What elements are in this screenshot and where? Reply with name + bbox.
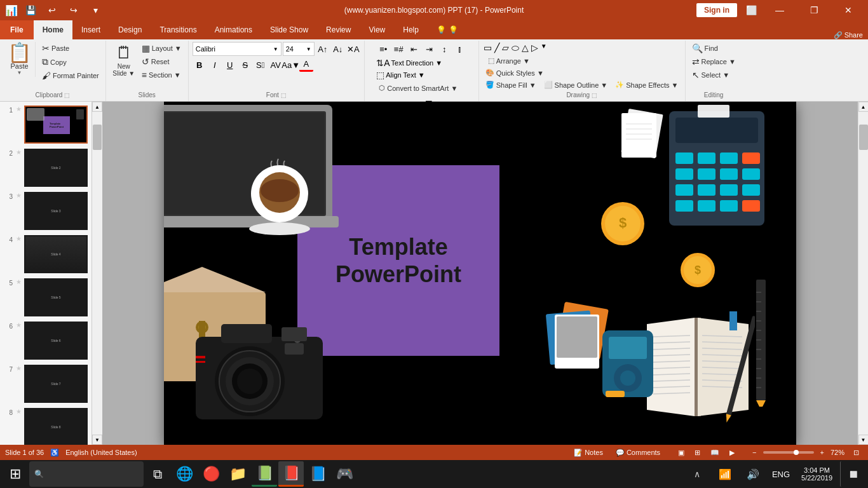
tab-help[interactable]: Help bbox=[394, 20, 428, 39]
tab-transitions[interactable]: Transitions bbox=[151, 20, 205, 39]
slide-thumbnail-4[interactable]: Slide 4 bbox=[24, 235, 88, 273]
chrome-button[interactable]: 🔴 bbox=[198, 461, 224, 487]
char-spacing-button[interactable]: AV bbox=[269, 58, 283, 72]
tray-icons[interactable]: ∧ bbox=[684, 461, 710, 487]
convert-smartart-button[interactable]: ⬡ Convert to SmartArt ▼ bbox=[376, 83, 460, 93]
tab-review[interactable]: Review bbox=[317, 20, 360, 39]
excel-button[interactable]: 📗 bbox=[252, 461, 277, 487]
slide-thumbnail-1[interactable]: TemplatePowerPoint bbox=[24, 105, 88, 144]
scroll-thumb[interactable] bbox=[93, 125, 102, 150]
new-slide-button[interactable]: 🗒 NewSlide ▼ bbox=[110, 42, 138, 78]
slideshow-button[interactable]: ▶ bbox=[726, 446, 738, 459]
scroll-down-arrow[interactable]: ▼ bbox=[858, 435, 869, 445]
undo-button[interactable]: ↩ bbox=[43, 1, 61, 19]
shape-fill-button[interactable]: 🪣 Shape Fill ▼ bbox=[483, 79, 539, 90]
arrange-button[interactable]: ⬚ Arrange ▼ bbox=[485, 55, 532, 66]
tell-me-input[interactable]: 💡 💡 bbox=[428, 20, 467, 39]
slide-thumbnail-3[interactable]: Slide 3 bbox=[24, 192, 88, 230]
slide-item-2[interactable]: 2 ★ Slide 2 bbox=[3, 147, 89, 188]
columns-button[interactable]: ⫿ bbox=[452, 42, 466, 56]
redo-button[interactable]: ↪ bbox=[65, 1, 83, 19]
volume-icon[interactable]: 🔊 bbox=[740, 461, 766, 487]
select-button[interactable]: ↖ Select ▼ bbox=[689, 69, 738, 81]
comments-button[interactable]: 💬 Comments bbox=[612, 449, 664, 457]
slide-item-8[interactable]: 8 ★ Slide 8 bbox=[3, 407, 89, 445]
slide-canvas[interactable]: Template PowerPoint bbox=[164, 102, 796, 445]
numbering-button[interactable]: ≡# bbox=[391, 42, 405, 56]
start-button[interactable]: ⊞ bbox=[3, 461, 28, 487]
slide-thumbnail-7[interactable]: Slide 7 bbox=[24, 365, 88, 403]
tab-file[interactable]: File bbox=[0, 20, 34, 39]
font-size-arrow[interactable]: ▼ bbox=[306, 46, 311, 52]
font-size-selector[interactable]: 24 ▼ bbox=[283, 42, 315, 56]
clipboard-expand[interactable]: ⬚ bbox=[64, 92, 70, 98]
powerpoint-button[interactable]: 📕 bbox=[278, 461, 304, 487]
font-color-button[interactable]: A bbox=[299, 58, 313, 72]
sign-in-button[interactable]: Sign in bbox=[696, 3, 737, 17]
reading-view-button[interactable]: 📖 bbox=[707, 446, 723, 459]
shape-outline-button[interactable]: ⬜ Shape Outline ▼ bbox=[541, 79, 611, 90]
slide-thumbnail-6[interactable]: Slide 6 bbox=[24, 322, 88, 360]
bold-button[interactable]: B bbox=[193, 58, 207, 72]
font-name-selector[interactable]: Calibri ▼ bbox=[193, 42, 281, 56]
search-button[interactable]: 🔍 bbox=[29, 461, 144, 487]
shape-tool-6[interactable]: ▷ bbox=[531, 42, 539, 54]
font-expand-icon[interactable]: ⬚ bbox=[281, 92, 287, 98]
maximize-button[interactable]: ❐ bbox=[799, 0, 829, 20]
shape-tool-4[interactable]: ⬭ bbox=[511, 42, 520, 54]
vertical-scrollbar[interactable]: ▲ ▼ bbox=[858, 102, 868, 445]
quick-styles-button[interactable]: 🎨 Quick Styles ▼ bbox=[483, 67, 546, 78]
scroll-vertical-thumb[interactable] bbox=[859, 125, 868, 150]
slide-item-5[interactable]: 5 ★ Slide 5 bbox=[3, 277, 89, 318]
text-direction-button[interactable]: ⇅A Text Direction ▼ bbox=[376, 58, 442, 68]
decrease-font-size-button[interactable]: A↓ bbox=[331, 42, 345, 56]
explorer-button[interactable]: 📁 bbox=[225, 461, 250, 487]
blender-button[interactable]: 🎮 bbox=[332, 461, 357, 487]
fit-slide-button[interactable]: ⊡ bbox=[850, 446, 863, 459]
copy-button[interactable]: ⧉ Copy bbox=[39, 55, 102, 69]
slide-item-1[interactable]: 1 ★ TemplatePowerPoint bbox=[3, 104, 89, 145]
shape-tool-5[interactable]: △ bbox=[521, 42, 529, 54]
scroll-up-arrow[interactable]: ▲ bbox=[858, 102, 869, 112]
normal-view-button[interactable]: ▣ bbox=[674, 446, 688, 459]
task-view-button[interactable]: ⧉ bbox=[145, 461, 170, 487]
save-button[interactable]: 💾 bbox=[22, 1, 39, 19]
scroll-up-button[interactable]: ▲ bbox=[92, 102, 102, 112]
increase-font-size-button[interactable]: A↑ bbox=[316, 42, 330, 56]
word-button[interactable]: 📘 bbox=[305, 461, 330, 487]
slide-item-6[interactable]: 6 ★ Slide 6 bbox=[3, 320, 89, 361]
change-case-button[interactable]: Aa▼ bbox=[284, 58, 298, 72]
zoom-out-button[interactable]: − bbox=[749, 446, 760, 459]
clear-formatting-button[interactable]: ✕A bbox=[346, 42, 360, 56]
cut-button[interactable]: ✂ Paste bbox=[39, 42, 102, 55]
slide-thumbnail-2[interactable]: Slide 2 bbox=[24, 149, 88, 187]
ie-button[interactable]: 🌐 bbox=[172, 461, 197, 487]
tab-view[interactable]: View bbox=[360, 20, 394, 39]
minimize-button[interactable]: — bbox=[765, 0, 794, 20]
shape-tool-2[interactable]: ╱ bbox=[494, 42, 500, 54]
system-clock[interactable]: 3:04 PM 5/22/2019 bbox=[796, 466, 837, 482]
slide-thumbnail-5[interactable]: Slide 5 bbox=[24, 278, 88, 316]
reset-button[interactable]: ↺ Reset bbox=[139, 55, 184, 68]
decrease-indent-button[interactable]: ⇤ bbox=[407, 42, 421, 56]
slide-thumbnail-8[interactable]: Slide 8 bbox=[24, 408, 88, 445]
zoom-in-button[interactable]: + bbox=[817, 446, 828, 459]
italic-button[interactable]: I bbox=[208, 58, 222, 72]
customize-qat-button[interactable]: ▾ bbox=[86, 1, 104, 19]
slide-item-7[interactable]: 7 ★ Slide 7 bbox=[3, 363, 89, 404]
layout-button[interactable]: ▦ Layout ▼ bbox=[139, 42, 184, 55]
slide-panel-scrollbar[interactable]: ▲ ▼ bbox=[92, 102, 102, 445]
accessibility-icon[interactable]: ♿ bbox=[50, 449, 59, 457]
underline-button[interactable]: U bbox=[223, 58, 237, 72]
replace-button[interactable]: ⇄ Replace ▼ bbox=[689, 55, 738, 68]
section-button[interactable]: ≡ Section ▼ bbox=[139, 69, 184, 81]
slide-item-4[interactable]: 4 ★ Slide 4 bbox=[3, 234, 89, 274]
close-button[interactable]: ✕ bbox=[834, 0, 863, 20]
font-dropdown-arrow[interactable]: ▼ bbox=[273, 46, 278, 52]
line-spacing-button[interactable]: ↕ bbox=[437, 42, 451, 56]
strikethrough-button[interactable]: S bbox=[238, 58, 252, 72]
text-shadow-button[interactable]: S⃞ bbox=[254, 58, 268, 72]
ribbon-display-button[interactable]: ⬜ bbox=[742, 1, 760, 19]
shape-effects-button[interactable]: ✨ Shape Effects ▼ bbox=[613, 79, 681, 90]
tab-slideshow[interactable]: Slide Show bbox=[261, 20, 317, 39]
